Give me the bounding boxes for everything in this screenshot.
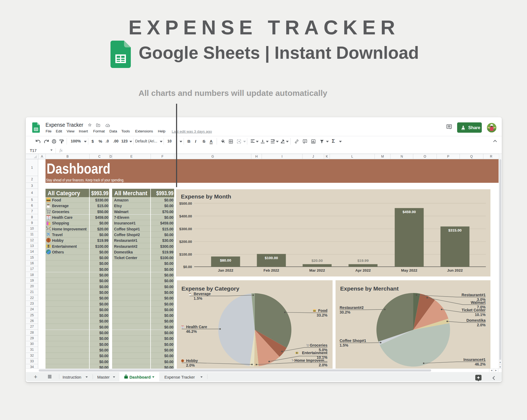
svg-text:Domestika: Domestika [466, 318, 486, 323]
svg-text:46.2%: 46.2% [186, 329, 197, 334]
svg-text:Coffee Shop#1: Coffee Shop#1 [340, 338, 366, 343]
svg-text:Groceries: Groceries [310, 343, 328, 347]
svg-text:46.2%: 46.2% [475, 362, 486, 366]
svg-text:Mar 2022: Mar 2022 [309, 268, 325, 272]
svg-text:$100.00: $100.00 [265, 256, 278, 260]
svg-text:10.1%: 10.1% [475, 312, 486, 317]
svg-text:$300.00: $300.00 [179, 227, 192, 231]
svg-text:$200.00: $200.00 [179, 240, 192, 244]
svg-text:Expense by Merchant: Expense by Merchant [340, 285, 399, 292]
svg-text:Apr 2022: Apr 2022 [355, 268, 371, 272]
svg-text:Ticket Center: Ticket Center [462, 308, 486, 312]
svg-text:Feb 2022: Feb 2022 [264, 268, 279, 272]
svg-text:33.2%: 33.2% [317, 313, 327, 317]
svg-text:Entertainment: Entertainment [302, 351, 327, 355]
svg-text:$20.00: $20.00 [311, 259, 323, 263]
svg-text:2.0%: 2.0% [186, 363, 195, 367]
svg-text:Restaurant#2: Restaurant#2 [340, 305, 364, 310]
svg-text:2.0%: 2.0% [319, 363, 327, 367]
svg-text:Expense by Category: Expense by Category [181, 285, 239, 292]
svg-text:Food: Food [318, 308, 327, 313]
svg-text:$80.00: $80.00 [220, 258, 231, 262]
svg-text:Home Improvem...: Home Improvem... [295, 358, 327, 363]
svg-text:Health Care: Health Care [186, 325, 207, 329]
svg-text:Expense by Month: Expense by Month [181, 193, 231, 200]
svg-text:Walmart: Walmart [471, 300, 486, 305]
svg-text:$315.00: $315.00 [448, 228, 462, 232]
svg-text:1.5%: 1.5% [340, 343, 348, 347]
svg-text:Beverage: Beverage [194, 292, 211, 296]
svg-text:$400.00: $400.00 [179, 214, 192, 218]
svg-text:May 2022: May 2022 [401, 268, 417, 272]
svg-text:Insurance#1: Insurance#1 [463, 357, 486, 362]
svg-text:1.5%: 1.5% [194, 296, 202, 301]
svg-text:$500.00: $500.00 [179, 201, 192, 206]
svg-text:$19.99: $19.99 [357, 259, 369, 263]
svg-text:$0.00: $0.00 [183, 265, 192, 269]
svg-text:$459.00: $459.00 [403, 210, 416, 214]
svg-text:30.2%: 30.2% [340, 310, 350, 314]
svg-text:$100.00: $100.00 [179, 252, 192, 256]
svg-text:2.0%: 2.0% [477, 323, 486, 327]
svg-text:Restaurant#1: Restaurant#1 [461, 293, 486, 297]
svg-text:Jun 2022: Jun 2022 [447, 268, 463, 272]
svg-text:Hobby: Hobby [186, 359, 198, 363]
svg-text:Jan 2022: Jan 2022 [218, 268, 233, 272]
